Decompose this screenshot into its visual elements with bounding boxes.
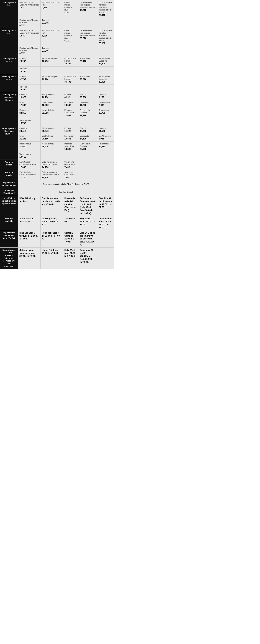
- cell-label: El Mojo Gallardo: [42, 127, 61, 130]
- cell-value: 17,03€: [20, 104, 39, 107]
- data-cell: La Ina17,03€: [18, 100, 41, 108]
- data-cell: Entre Aeropuerto y Circuito/Montecastill…: [40, 160, 63, 170]
- cell-value: 21,23€: [20, 176, 39, 179]
- cell-value: 36,40€: [65, 80, 77, 84]
- section-header-fare-II-available: Fare II is avaiable: [0, 216, 18, 230]
- cell-label: El Mojo Gallardo: [42, 94, 61, 96]
- section-header-suplementos-125: Suplementos del 12´5% sobre Tarifa II: [0, 230, 18, 248]
- cell-value: 4,16€: [65, 11, 77, 14]
- empty-cell: [78, 160, 97, 170]
- data-cell: Los Albarizones9,93€: [97, 134, 114, 142]
- cell-value: 32,70€: [20, 78, 39, 81]
- cell-label: Lomopardo: [80, 135, 96, 137]
- cell-value: 28,66€: [80, 148, 96, 151]
- cell-label: La Ina: [20, 135, 39, 137]
- data-cell: Hora de servicio incluidas esperas o par…: [97, 28, 114, 46]
- cell-label: Mesas de Asta: [42, 109, 61, 112]
- span-cell-suplementos: Suplemento maleta o bulto (de más de 60 …: [18, 180, 114, 188]
- empty-cell: [63, 46, 78, 56]
- cell-label: Hora de servicio incluidas esperas o par…: [99, 1, 112, 14]
- data-cell: Días laborables desde las 21:00 h. a las…: [40, 196, 63, 216]
- table-row: Fare II is avaiableSaturdays and feast d…: [0, 216, 114, 230]
- data-cell: Taxi tour27,94€: [40, 46, 63, 56]
- cell-value: Saturdays and feast days from 2:00 h. to…: [20, 249, 39, 258]
- cell-value: 29,62€: [42, 145, 61, 148]
- cell-label: Las Tablas: [65, 101, 77, 104]
- data-cell: Majarromaque33,35€: [18, 108, 41, 118]
- section-row-tarifas-fijas: Tarifas fijas(Fixed Rates)Taxi Tour 27,0…: [0, 188, 114, 196]
- data-cell: Suplemento Gran Premio7,46€: [63, 160, 78, 170]
- cell-value: Saturdays and feast days: [20, 217, 39, 223]
- cell-label: Torrecera: [20, 86, 39, 88]
- empty-cell: [97, 152, 114, 160]
- cell-value: Días Sábados y festivos de 2:00 h. a 7:0…: [20, 232, 39, 240]
- cell-value: 48,36€: [80, 130, 96, 133]
- data-cell: Feria del caballo de 21:00 h. a 7:00 h.: [40, 230, 63, 248]
- empty-cell: [97, 66, 114, 74]
- data-cell: Maleta o bulto (de más de 60 cm)0,57€: [18, 46, 41, 56]
- empty-cell: [97, 46, 114, 56]
- cell-value: 24,15€: [42, 166, 61, 169]
- section-row-suplementos: Suplementos(Extra charge)Suplemento male…: [0, 180, 114, 188]
- cell-value: 20,61€: [80, 37, 96, 40]
- data-cell: San Isidro del Guadalete24,80€: [97, 56, 114, 66]
- cell-value: 7,46€: [65, 166, 77, 169]
- empty-cell: [97, 118, 114, 126]
- cell-value: 23,11€: [80, 60, 96, 63]
- data-cell: Durante la feria del caballo (The Horse …: [63, 196, 78, 216]
- data-cell: Holy Week from 21:00 h. a 7:00 h.: [63, 248, 78, 269]
- cell-value: 12,99€: [42, 78, 61, 81]
- section-header-tarifa2-elas: Tarifa II (Fare II)ELAS: [0, 74, 18, 92]
- cell-value: 33,35€: [20, 112, 39, 114]
- empty-cell: [97, 160, 114, 170]
- cell-value: 0,86€: [42, 6, 61, 9]
- cell-value: 26,23€: [20, 60, 39, 63]
- cell-value: The Horse Fair: [65, 217, 77, 223]
- data-cell: Bajada de bandera (Begining of the servi…: [18, 28, 41, 46]
- data-cell: Gibalbín48,36€: [78, 126, 97, 134]
- main-table: Tarifa I (Fare I)JerezBajada de bandera …: [0, 0, 114, 269]
- cell-label: La Corta: [99, 127, 112, 130]
- cell-value: Semana Santa de 21:00 h. a 7:00 h.: [65, 232, 77, 243]
- cell-label: San Isidro del Guadalete: [99, 57, 112, 62]
- empty-cell: [40, 152, 63, 160]
- cell-label: Las Pachecas: [42, 101, 61, 104]
- cell-value: 8,99€: [65, 96, 77, 99]
- cell-label: Carrera mínima (con origen o destino aer…: [80, 1, 96, 9]
- cell-value: 20,94€: [99, 14, 112, 17]
- cell-label: Lomopardo: [80, 101, 96, 104]
- cell-label: Torrecera: [20, 68, 39, 70]
- data-cell: El Tomo26,23€: [18, 56, 41, 66]
- cell-value: 19,75€: [99, 112, 112, 114]
- section-header-tarifa-II-casos: La tarifa II es aplicable en los siguien…: [0, 196, 18, 216]
- cell-label: Mesas de Santa Rosa: [65, 109, 77, 114]
- cell-value: 7,46€: [65, 176, 77, 179]
- data-cell: Nueva Jarilla23,11€: [78, 56, 97, 66]
- cell-value: Días laborables desde las 21:00 h. a las…: [42, 197, 61, 206]
- table-row: La tarifa II es aplicable en los siguien…: [0, 196, 114, 216]
- empty-cell: [78, 18, 97, 28]
- data-cell: Torremelgarejo19,61€: [18, 152, 41, 160]
- data-cell: Días Sábados y festivos: [18, 196, 41, 216]
- cell-label: Entre Ciudad y Circuito/Montecastillo: [20, 161, 39, 166]
- data-cell: The Horse Fair: [63, 216, 78, 230]
- data-cell: Lomopardo11,72€: [78, 100, 97, 108]
- cell-value: 36,40€: [20, 88, 39, 91]
- cell-label: Maleta o bulto (de más de 60 cm): [20, 19, 39, 24]
- cell-value: Feria del caballo de 21:00 h. a 7:00 h.: [42, 232, 61, 240]
- cell-value: 29,20€: [65, 62, 77, 65]
- data-cell: Entre Ciudad y Circuito/Montecastillo21,…: [18, 170, 41, 180]
- cell-label: Torremelgarejo: [20, 153, 39, 156]
- cell-label: Rajamancera: [99, 143, 112, 145]
- data-cell: Saturdays and feast days: [18, 216, 41, 230]
- cell-value: December 24 and 31 from 18:00 h. to 21:0…: [99, 217, 112, 229]
- data-cell: Nueva Jarilla28,81€: [78, 74, 97, 84]
- table-row: Tarifa II (Fare II)JerezBajada de bander…: [0, 28, 114, 46]
- data-cell: Días 24 y 31 de diciembre de 18:00 h. a …: [97, 196, 114, 216]
- cell-value: En Semana Santa de 18:00 h. a 21:00 h. (…: [80, 197, 96, 215]
- cell-value: 11,53€: [99, 130, 112, 133]
- cell-value: 29,20€: [20, 70, 39, 73]
- cell-value: 41,58€: [20, 145, 39, 148]
- cell-value: 17,03€: [20, 166, 39, 169]
- empty-cell: [97, 230, 114, 248]
